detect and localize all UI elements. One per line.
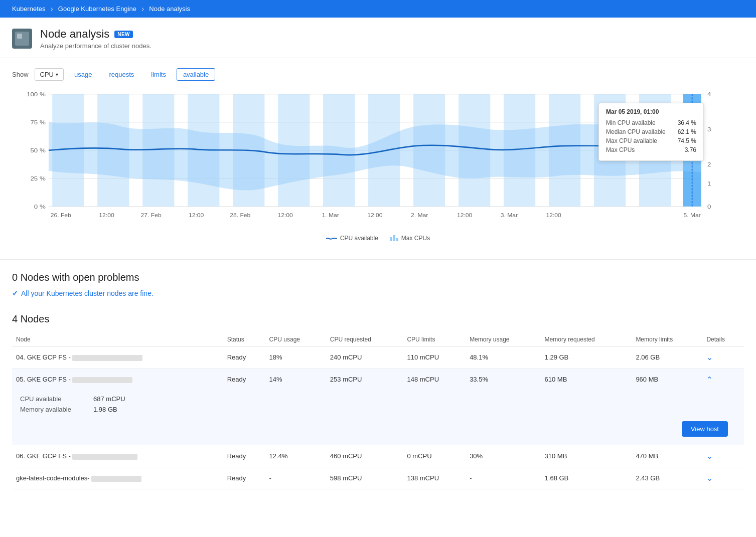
breadcrumb-gke[interactable]: Google Kubernetes Engine: [54, 4, 140, 14]
redacted-4: [91, 476, 141, 482]
svg-text:0: 0: [707, 204, 711, 210]
view-host-button[interactable]: View host: [682, 421, 728, 437]
svg-text:2. Mar: 2. Mar: [411, 213, 428, 218]
table-row: 04. GKE GCP FS - Ready 18% 240 mCPU 110 …: [12, 346, 744, 369]
redacted-2: [72, 377, 132, 383]
node-name-3: 06. GKE GCP FS -: [12, 445, 223, 467]
table-row: 06. GKE GCP FS - Ready 12.4% 460 mCPU 0 …: [12, 445, 744, 467]
expand-btn-4[interactable]: ⌄: [702, 467, 744, 489]
tab-available[interactable]: available: [177, 68, 215, 81]
chevron-up-icon[interactable]: ⌄: [706, 375, 713, 384]
page-title: Node analysis NEW: [40, 28, 152, 41]
cpu-limits-2: 148 mCPU: [403, 369, 466, 391]
tooltip-row-2: Median CPU available 62.1 %: [606, 128, 696, 135]
redacted-3: [72, 454, 137, 460]
expand-line-cpu: CPU available 687 mCPU: [20, 395, 736, 403]
svg-text:0 %: 0 %: [34, 204, 46, 210]
chart-legend: CPU available Max CPUs: [12, 235, 744, 242]
tab-limits[interactable]: limits: [144, 68, 173, 81]
cpu-limits-4: 138 mCPU: [403, 467, 466, 489]
svg-text:2: 2: [707, 161, 711, 168]
chevron-down-icon[interactable]: ⌄: [706, 452, 713, 460]
memory-limits-3: 470 MB: [632, 445, 702, 467]
cpu-usage-2: 14%: [265, 369, 326, 391]
chevron-down-icon[interactable]: ⌄: [706, 474, 713, 482]
chart-tooltip: Mar 05 2019, 01:00 Min CPU available 36.…: [598, 103, 704, 161]
cpu-dropdown[interactable]: CPU ▾: [35, 68, 64, 81]
problems-title: 0 Nodes with open problems: [12, 272, 744, 283]
cpu-limits-1: 110 mCPU: [403, 346, 466, 369]
col-memory-limits: Memory limits: [632, 333, 702, 346]
table-row: gke-latest-code-modules- Ready - 598 mCP…: [12, 467, 744, 489]
show-controls: Show CPU ▾ usage requests limits availab…: [12, 68, 744, 81]
legend-bar-icon: [390, 235, 398, 241]
memory-requested-1: 1.29 GB: [541, 346, 632, 369]
chevron-down-icon[interactable]: ⌄: [706, 353, 713, 362]
expand-btn-3[interactable]: ⌄: [702, 445, 744, 467]
memory-requested-3: 310 MB: [541, 445, 632, 467]
cpu-requested-3: 460 mCPU: [326, 445, 403, 467]
svg-text:12:00: 12:00: [99, 213, 114, 218]
cpu-requested-1: 240 mCPU: [326, 346, 403, 369]
nodes-table: Node Status CPU usage CPU requested CPU …: [12, 333, 744, 489]
page-icon-inner: [15, 32, 29, 46]
memory-usage-2: 33.5%: [466, 369, 540, 391]
view-host-wrapper: View host: [20, 413, 736, 439]
tab-usage[interactable]: usage: [68, 68, 98, 81]
svg-text:4: 4: [707, 91, 711, 98]
tooltip-row-3: Max CPU available 74.5 %: [606, 137, 696, 144]
svg-text:28. Feb: 28. Feb: [230, 213, 250, 218]
chart-container: 100 % 75 % 50 % 25 % 0 % 4 3 2 1 0: [12, 89, 744, 249]
memory-usage-1: 48.1%: [466, 346, 540, 369]
memory-limits-4: 2.43 GB: [632, 467, 702, 489]
page-header: Node analysis NEW Analyze performance of…: [0, 18, 756, 58]
nodes-title: 4 Nodes: [12, 313, 744, 325]
new-badge: NEW: [114, 31, 133, 38]
expand-btn-1[interactable]: ⌄: [702, 346, 744, 369]
svg-text:12:00: 12:00: [546, 213, 561, 218]
svg-text:1. Mar: 1. Mar: [322, 213, 339, 218]
col-cpu-limits: CPU limits: [403, 333, 466, 346]
status-1: Ready: [223, 346, 265, 369]
svg-text:5. Mar: 5. Mar: [683, 213, 701, 218]
tooltip-title: Mar 05 2019, 01:00: [606, 108, 696, 115]
svg-text:26. Feb: 26. Feb: [51, 213, 71, 218]
memory-requested-4: 1.68 GB: [541, 467, 632, 489]
all-fine: ✓ All your Kubernetes cluster nodes are …: [12, 289, 744, 297]
cpu-usage-4: -: [265, 467, 326, 489]
chevron-down-icon: ▾: [56, 72, 58, 77]
svg-text:12:00: 12:00: [457, 213, 472, 218]
memory-usage-4: -: [466, 467, 540, 489]
col-cpu-requested: CPU requested: [326, 333, 403, 346]
tab-requests[interactable]: requests: [102, 68, 140, 81]
node-name-1: 04. GKE GCP FS -: [12, 346, 223, 369]
legend-max-cpus: Max CPUs: [390, 235, 430, 242]
show-label: Show: [12, 71, 29, 78]
expand-btn-2[interactable]: ⌄: [702, 369, 744, 391]
breadcrumb-kubernetes[interactable]: Kubernetes: [8, 4, 50, 14]
breadcrumb-sep-1: ›: [51, 5, 53, 14]
breadcrumb-node-analysis: Node analysis: [145, 4, 194, 14]
expand-inner: CPU available 687 mCPU Memory available …: [20, 395, 736, 413]
node-name-4: gke-latest-code-modules-: [12, 467, 223, 489]
col-details: Details: [702, 333, 744, 346]
cpu-usage-3: 12.4%: [265, 445, 326, 467]
problems-section: 0 Nodes with open problems ✓ All your Ku…: [0, 260, 756, 305]
col-memory-requested: Memory requested: [541, 333, 632, 346]
page-title-area: Node analysis NEW Analyze performance of…: [40, 28, 152, 50]
expand-line-memory: Memory available 1.98 GB: [20, 406, 736, 413]
expanded-detail-row: CPU available 687 mCPU Memory available …: [12, 390, 744, 445]
status-2: Ready: [223, 369, 265, 391]
svg-text:50 %: 50 %: [30, 147, 45, 154]
breadcrumb-sep-2: ›: [141, 5, 144, 14]
nodes-section: 4 Nodes Node Status CPU usage CPU reques…: [0, 305, 756, 497]
tooltip-row-4: Max CPUs 3.76: [606, 146, 696, 153]
svg-text:75 %: 75 %: [30, 119, 45, 126]
status-4: Ready: [223, 467, 265, 489]
table-header-row: Node Status CPU usage CPU requested CPU …: [12, 333, 744, 346]
col-status: Status: [223, 333, 265, 346]
legend-line-icon: [326, 236, 337, 241]
legend-cpu-available: CPU available: [326, 235, 378, 242]
memory-limits-1: 2.06 GB: [632, 346, 702, 369]
svg-text:3: 3: [707, 126, 711, 133]
